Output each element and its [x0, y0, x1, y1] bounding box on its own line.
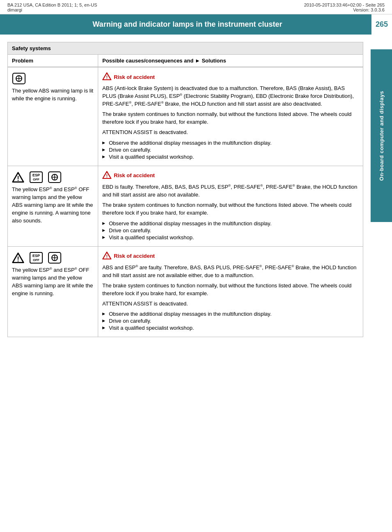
solution-item: Drive on carefully. — [102, 318, 359, 324]
paragraph: ABS (Anti-lock Brake System) is deactiva… — [102, 85, 359, 108]
table-row: The yellow ABS warning lamp is lit while… — [8, 67, 363, 166]
sidebar-label: On-board computer and displays — [378, 91, 385, 181]
page-number: 265 — [371, 14, 392, 35]
solutions-list: Observe the additional display messages … — [102, 140, 359, 160]
problem-text: The yellow ESP® and ESP® OFF warning lam… — [12, 186, 94, 225]
solution-item: Visit a qualified specialist workshop. — [102, 325, 359, 331]
paragraph: ABS and ESP® are faulty. Therefore, BAS,… — [102, 264, 359, 280]
col1-header: Problem — [8, 55, 98, 67]
svg-text:OFF: OFF — [33, 178, 39, 181]
problem-cell: ! ESP OFF The yellow ESP® and ESP® OFF w… — [8, 166, 98, 246]
risk-label: Risk of accident — [114, 253, 155, 259]
problem-cell: The yellow ABS warning lamp is lit while… — [8, 67, 98, 166]
solutions-list: Observe the additional display messages … — [102, 220, 359, 241]
paragraph: The brake system continues to function n… — [102, 111, 359, 126]
paragraph: ATTENTION ASSIST is deactivated. — [102, 300, 359, 308]
table-row: ! ESP OFF The yellow ESP® and ESP® OFF w… — [8, 166, 363, 246]
icon-row: ! ESP OFF — [12, 252, 94, 264]
page-header: Warning and indicator lamps in the instr… — [0, 14, 392, 35]
solutions-list: Observe the additional display messages … — [102, 311, 359, 331]
risk-header: ! Risk of accident — [102, 72, 359, 81]
table-row: ! ESP OFF The yellow ESP® and ESP® OFF w… — [8, 246, 363, 337]
meta-right: 2010-05-20T13:33:46+02:00 - Seite 265 Ve… — [304, 2, 385, 12]
problem-text: The yellow ESP® and ESP® OFF warning lam… — [12, 266, 94, 298]
svg-text:!: ! — [106, 75, 108, 80]
section-header: Safety systems — [8, 42, 363, 55]
paragraph: EBD is faulty. Therefore, ABS, BAS, BAS … — [102, 183, 359, 199]
solution-item: Visit a qualified specialist workshop. — [102, 154, 359, 160]
solution-cell: ! Risk of accidentABS and ESP® are fault… — [98, 246, 363, 337]
problem-cell: ! ESP OFF The yellow ESP® and ESP® OFF w… — [8, 246, 98, 337]
right-sidebar: On-board computer and displays — [371, 49, 392, 222]
svg-text:ESP: ESP — [32, 254, 40, 258]
paragraph: The brake system continues to function n… — [102, 201, 359, 217]
risk-header: ! Risk of accident — [102, 252, 359, 261]
col2-header: Possible causes/consequences and ► Solut… — [98, 55, 363, 67]
meta-left: BA 212 USA, CA Edition B 2011; 1; 5, en-… — [7, 2, 97, 12]
risk-header: ! Risk of accident — [102, 171, 359, 180]
solution-cell: ! Risk of accidentEBD is faulty. Therefo… — [98, 166, 363, 246]
risk-triangle-icon: ! — [102, 171, 111, 180]
safety-table: Safety systems Problem Possible causes/c… — [7, 42, 363, 337]
solution-item: Observe the additional display messages … — [102, 220, 359, 227]
solution-item: Visit a qualified specialist workshop. — [102, 234, 359, 241]
svg-text:!: ! — [17, 175, 19, 182]
svg-text:ESP: ESP — [32, 173, 40, 177]
solution-cell: ! Risk of accidentABS (Anti-lock Brake S… — [98, 67, 363, 166]
problem-text: The yellow ABS warning lamp is lit while… — [12, 87, 94, 103]
solution-item: Observe the additional display messages … — [102, 140, 359, 146]
solution-item: Drive on carefully. — [102, 227, 359, 234]
svg-text:OFF: OFF — [33, 258, 39, 262]
solution-item: Drive on carefully. — [102, 147, 359, 153]
solution-item: Observe the additional display messages … — [102, 311, 359, 317]
header-title: Warning and indicator lamps in the instr… — [92, 20, 282, 28]
main-content: Safety systems Problem Possible causes/c… — [0, 35, 392, 345]
risk-label: Risk of accident — [114, 74, 155, 80]
risk-triangle-icon: ! — [102, 252, 111, 261]
svg-text:!: ! — [106, 254, 108, 259]
paragraph: The brake system continues to function n… — [102, 282, 359, 298]
icon-row: ! ESP OFF — [12, 171, 94, 183]
svg-text:!: ! — [17, 256, 19, 263]
risk-label: Risk of accident — [114, 172, 155, 178]
icon-row — [12, 72, 94, 85]
risk-triangle-icon: ! — [102, 72, 111, 81]
paragraph: ATTENTION ASSIST is deactivated. — [102, 129, 359, 136]
svg-text:!: ! — [106, 173, 108, 178]
meta-bar: BA 212 USA, CA Edition B 2011; 1; 5, en-… — [0, 0, 392, 14]
